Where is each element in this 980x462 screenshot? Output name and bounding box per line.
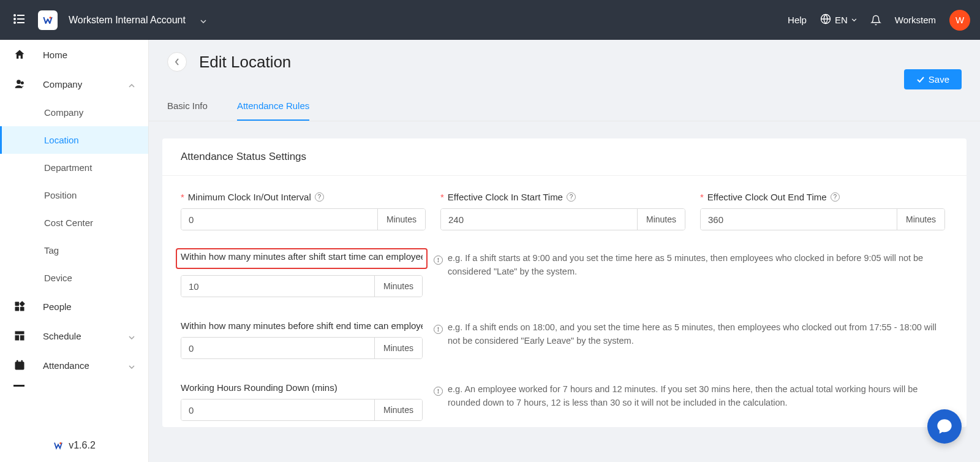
- account-dropdown-icon[interactable]: [200, 15, 206, 26]
- page-title: Edit Location: [199, 53, 291, 72]
- svg-point-2: [14, 18, 15, 20]
- sidebar-item-company-sub[interactable]: Company: [0, 99, 148, 126]
- sidebar-item-label: People: [43, 301, 72, 312]
- minus-icon: [13, 385, 43, 387]
- chevron-down-icon: [129, 360, 135, 371]
- sidebar-item-device[interactable]: Device: [0, 264, 148, 292]
- version-label: v1.6.2: [69, 440, 96, 451]
- svg-rect-20: [13, 385, 24, 387]
- company-icon: [13, 78, 43, 90]
- sidebar-item-label: Attendance: [43, 360, 89, 371]
- svg-point-0: [14, 15, 15, 16]
- sidebar-item-schedule[interactable]: Schedule: [0, 321, 148, 350]
- hamburger-icon[interactable]: [10, 10, 29, 30]
- unit-suffix: Minutes: [374, 400, 422, 420]
- label-round-down: Working Hours Rounding Down (mins): [181, 382, 423, 393]
- sidebar-item-people[interactable]: People: [0, 292, 148, 321]
- svg-rect-17: [15, 362, 24, 369]
- home-icon: [13, 48, 43, 61]
- schedule-icon: [13, 330, 43, 342]
- chevron-left-icon: [174, 58, 180, 66]
- svg-rect-13: [20, 307, 24, 311]
- sidebar-item-more[interactable]: [0, 380, 148, 392]
- save-button[interactable]: Save: [904, 69, 962, 89]
- app-logo-icon: [38, 10, 58, 30]
- sidebar-item-label: Home: [43, 50, 67, 60]
- svg-point-4: [14, 22, 15, 23]
- header-left: Workstem Internal Account: [10, 10, 206, 30]
- chat-widget-button[interactable]: [927, 409, 962, 444]
- sidebar-item-label: Company: [43, 79, 82, 89]
- input-late-grace[interactable]: [181, 276, 374, 297]
- svg-rect-16: [20, 335, 24, 340]
- sidebar-item-label: Cost Center: [44, 218, 93, 228]
- label-eff-out: * Effective Clock Out End Time ?: [700, 192, 945, 202]
- svg-rect-12: [15, 307, 20, 311]
- svg-point-9: [21, 81, 24, 85]
- info-icon: !: [434, 387, 443, 396]
- svg-rect-14: [15, 331, 24, 335]
- card-title: Attendance Status Settings: [162, 138, 967, 176]
- svg-rect-15: [15, 335, 20, 340]
- unit-suffix: Minutes: [377, 209, 425, 230]
- hint-round: ! e.g. An employee worked for 7 hours an…: [434, 382, 948, 421]
- sidebar-item-label: Device: [44, 273, 72, 283]
- app-logo-icon: [53, 440, 64, 451]
- back-button[interactable]: [167, 52, 187, 72]
- svg-rect-11: [19, 301, 24, 306]
- language-selector[interactable]: EN: [820, 13, 857, 26]
- unit-suffix: Minutes: [374, 338, 422, 358]
- unit-suffix: Minutes: [637, 209, 685, 230]
- sidebar-item-tag[interactable]: Tag: [0, 237, 148, 264]
- help-icon[interactable]: ?: [567, 192, 576, 202]
- sidebar-item-location[interactable]: Location: [0, 126, 148, 154]
- input-eff-in[interactable]: [441, 209, 637, 230]
- svg-rect-18: [17, 360, 18, 363]
- sidebar-item-costcenter[interactable]: Cost Center: [0, 209, 148, 237]
- input-early-grace[interactable]: [181, 338, 374, 358]
- sidebar-item-attendance[interactable]: Attendance: [0, 350, 148, 380]
- highlighted-field-frame: Within how many minutes after shift star…: [176, 248, 428, 269]
- sidebar-footer: v1.6.2: [0, 428, 148, 462]
- unit-suffix: Minutes: [897, 209, 944, 230]
- svg-point-8: [17, 80, 21, 84]
- sidebar-item-label: Department: [44, 162, 92, 173]
- sidebar-item-department[interactable]: Department: [0, 154, 148, 181]
- input-min-interval[interactable]: [181, 209, 377, 230]
- tab-basic-info[interactable]: Basic Info: [167, 100, 208, 121]
- sidebar-item-label: Company: [44, 107, 83, 118]
- info-icon: !: [434, 325, 443, 334]
- unit-suffix: Minutes: [374, 276, 422, 297]
- input-eff-out[interactable]: [701, 209, 897, 230]
- svg-point-21: [59, 442, 61, 444]
- sidebar: Home Company Company Location Department…: [0, 40, 149, 462]
- notifications-icon[interactable]: [870, 14, 881, 26]
- people-icon: [13, 300, 43, 312]
- chat-icon: [936, 418, 953, 435]
- tab-attendance-rules[interactable]: Attendance Rules: [237, 100, 309, 121]
- chevron-up-icon: [129, 79, 135, 89]
- help-link[interactable]: Help: [788, 15, 807, 25]
- sidebar-item-label: Position: [44, 190, 77, 200]
- tabs: Basic Info Attendance Rules: [149, 89, 980, 121]
- hint-late: ! e.g. If a shift starts at 9:00 and you…: [434, 251, 948, 297]
- content-area: Edit Location Save Basic Info Attendance…: [149, 40, 980, 462]
- label-min-interval: * Minimum Clock In/Out Interval ?: [181, 192, 426, 202]
- sidebar-item-position[interactable]: Position: [0, 181, 148, 209]
- account-name[interactable]: Workstem Internal Account: [69, 15, 186, 26]
- username[interactable]: Workstem: [895, 15, 936, 25]
- sidebar-item-label: Tag: [44, 245, 59, 256]
- sidebar-item-label: Schedule: [43, 331, 81, 341]
- avatar[interactable]: W: [949, 10, 970, 31]
- language-label: EN: [835, 15, 848, 25]
- svg-rect-10: [15, 302, 20, 306]
- sidebar-item-company[interactable]: Company: [0, 69, 148, 99]
- help-icon[interactable]: ?: [315, 192, 324, 202]
- svg-rect-19: [21, 360, 23, 363]
- input-round-down[interactable]: [181, 400, 374, 420]
- chevron-down-icon: [129, 331, 135, 341]
- sidebar-item-home[interactable]: Home: [0, 40, 148, 69]
- help-icon[interactable]: ?: [831, 192, 840, 202]
- chevron-down-icon: [851, 18, 857, 21]
- check-icon: [916, 76, 925, 83]
